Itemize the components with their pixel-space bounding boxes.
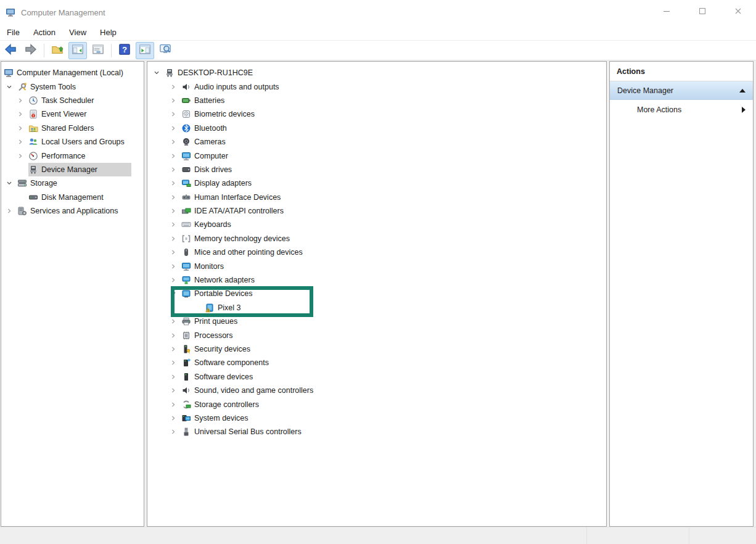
chevron-spacer — [194, 304, 205, 311]
tree-item-mice-and-other-pointing-devices[interactable]: Mice and other pointing devices — [147, 245, 606, 259]
up-one-level-button[interactable] — [48, 42, 67, 59]
content-area: Computer Management (Local)System ToolsT… — [0, 60, 756, 544]
tree-item-computer-management-local[interactable]: Computer Management (Local) — [1, 66, 144, 80]
tree-item-cameras[interactable]: Cameras — [147, 135, 606, 149]
tree-item-bluetooth[interactable]: Bluetooth — [147, 122, 606, 135]
chevron-right-icon[interactable] — [170, 179, 181, 187]
chevron-right-icon[interactable] — [170, 249, 181, 256]
chevron-right-icon[interactable] — [170, 276, 181, 284]
tree-item-memory-technology-devices[interactable]: Memory technology devices — [147, 232, 606, 245]
chevron-right-icon[interactable] — [170, 332, 181, 339]
tree-item-display-adapters[interactable]: Display adapters — [147, 176, 606, 190]
tree-item-sound-video-and-game-controllers[interactable]: Sound, video and game controllers — [147, 384, 606, 397]
help-button[interactable]: ? — [115, 42, 134, 59]
menu-action[interactable]: Action — [27, 25, 62, 40]
tree-item-body: Audio inputs and outputs — [181, 80, 283, 93]
chevron-right-icon[interactable] — [170, 152, 181, 160]
show-console-tree-button[interactable] — [68, 42, 87, 59]
chevron-right-icon[interactable] — [170, 125, 181, 132]
chevron-right-icon[interactable] — [17, 97, 28, 104]
menu-file[interactable]: File — [0, 25, 27, 40]
tree-item-system-tools[interactable]: System Tools — [1, 80, 144, 93]
tree-item-keyboards[interactable]: Keyboards — [147, 218, 606, 231]
chevron-right-icon[interactable] — [170, 428, 181, 435]
tree-item-monitors[interactable]: Monitors — [147, 259, 606, 273]
tree-item-ide-ata-atapi-controllers[interactable]: IDE ATA/ATAPI controllers — [147, 204, 606, 218]
chevron-right-icon[interactable] — [170, 166, 181, 173]
menu-view[interactable]: View — [62, 25, 93, 40]
tree-item-software-components[interactable]: Software components — [147, 356, 606, 369]
scan-hardware-changes-button[interactable] — [156, 42, 175, 59]
tree-item-computer[interactable]: Computer — [147, 149, 606, 162]
tree-item-biometric-devices[interactable]: Biometric devices — [147, 107, 606, 121]
chevron-right-icon[interactable] — [170, 97, 181, 104]
tree-item-universal-serial-bus-controllers[interactable]: Universal Serial Bus controllers — [147, 425, 606, 439]
tree-item-security-devices[interactable]: Security devices — [147, 342, 606, 356]
tree-item-portable-devices[interactable]: Portable Devices — [147, 287, 606, 300]
computer-root-icon — [165, 68, 175, 78]
tree-item-disk-management[interactable]: Disk Management — [1, 191, 144, 204]
chevron-down-icon[interactable] — [154, 69, 165, 76]
tree-item-audio-inputs-and-outputs[interactable]: Audio inputs and outputs — [147, 80, 606, 93]
chevron-right-icon[interactable] — [170, 387, 181, 394]
chevron-right-icon[interactable] — [17, 125, 28, 132]
tree-item-pixel-3[interactable]: Pixel 3 — [147, 301, 606, 315]
chevron-right-icon[interactable] — [6, 207, 17, 215]
tree-item-body: Storage — [17, 176, 61, 190]
tree-item-device-manager[interactable]: Device Manager — [1, 163, 144, 176]
tree-item-label: Security devices — [194, 345, 254, 353]
tree-item-software-devices[interactable]: Software devices — [147, 370, 606, 384]
chevron-right-icon[interactable] — [170, 359, 181, 366]
battery-icon — [181, 96, 191, 105]
tree-item-storage[interactable]: Storage — [1, 176, 144, 190]
chevron-right-icon[interactable] — [170, 373, 181, 381]
back-button[interactable] — [1, 42, 20, 59]
close-button[interactable] — [720, 0, 756, 25]
chevron-down-icon[interactable] — [6, 83, 17, 91]
actions-pane-header: Actions — [610, 62, 753, 81]
tree-item-desktop-ru1hc9e[interactable]: DESKTOP-RU1HC9E — [147, 66, 606, 80]
chevron-right-icon[interactable] — [170, 110, 181, 118]
show-action-pane-button[interactable] — [136, 42, 154, 59]
chevron-down-icon[interactable] — [6, 179, 17, 187]
chevron-right-icon[interactable] — [170, 345, 181, 353]
chevron-right-icon[interactable] — [170, 235, 181, 242]
tree-item-batteries[interactable]: Batteries — [147, 94, 606, 107]
tree-item-human-interface-devices[interactable]: Human Interface Devices — [147, 191, 606, 204]
tree-item-print-queues[interactable]: Print queues — [147, 315, 606, 328]
tree-item-system-devices[interactable]: System devices — [147, 411, 606, 425]
tree-item-local-users-and-groups[interactable]: Local Users and Groups — [1, 135, 144, 149]
minimize-button[interactable] — [649, 0, 684, 25]
chevron-right-icon[interactable] — [170, 414, 181, 422]
tree-item-network-adapters[interactable]: Network adapters — [147, 273, 606, 287]
tree-item-disk-drives[interactable]: Disk drives — [147, 163, 606, 176]
chevron-right-icon[interactable] — [170, 401, 181, 408]
chevron-right-icon[interactable] — [17, 152, 28, 160]
chevron-right-icon[interactable] — [170, 83, 181, 91]
chevron-down-icon[interactable] — [170, 290, 181, 297]
chevron-right-icon[interactable] — [170, 221, 181, 228]
chevron-right-icon[interactable] — [17, 138, 28, 146]
tree-item-performance[interactable]: Performance — [1, 149, 144, 162]
menu-help[interactable]: Help — [93, 25, 123, 40]
tree-item-services-and-applications[interactable]: Services and Applications — [1, 204, 144, 218]
properties-button[interactable] — [89, 42, 107, 59]
tree-item-task-scheduler[interactable]: Task Scheduler — [1, 94, 144, 107]
tree-item-event-viewer[interactable]: Event Viewer — [1, 107, 144, 121]
forward-button[interactable] — [22, 42, 40, 59]
chevron-right-icon[interactable] — [170, 263, 181, 270]
chevron-right-icon[interactable] — [170, 194, 181, 201]
chevron-right-icon[interactable] — [170, 318, 181, 325]
tree-item-body: Universal Serial Bus controllers — [181, 425, 305, 439]
collapse-up-triangle-icon[interactable] — [739, 89, 746, 93]
maximize-button[interactable] — [684, 0, 720, 25]
chevron-right-icon[interactable] — [170, 207, 181, 215]
tree-item-processors[interactable]: Processors — [147, 328, 606, 342]
chevron-right-icon[interactable] — [17, 110, 28, 118]
tree-item-shared-folders[interactable]: Shared Folders — [1, 122, 144, 135]
tree-item-storage-controllers[interactable]: Storage controllers — [147, 397, 606, 411]
more-actions-item[interactable]: More Actions — [610, 100, 753, 119]
window-title: Computer Management — [21, 8, 105, 17]
chevron-right-icon[interactable] — [170, 138, 181, 146]
actions-group-device-manager[interactable]: Device Manager — [610, 81, 753, 100]
